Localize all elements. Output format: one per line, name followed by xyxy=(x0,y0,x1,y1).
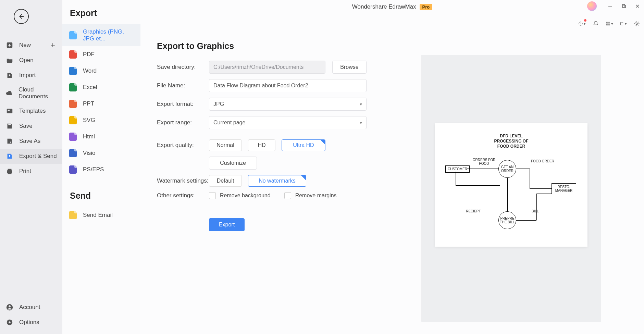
nav-open[interactable]: Open xyxy=(0,53,62,68)
back-button[interactable] xyxy=(14,9,29,24)
nav-account[interactable]: Account xyxy=(0,300,62,315)
nav-label: Cloud Documents xyxy=(18,86,57,100)
save-icon xyxy=(5,122,14,130)
export-item-label: Excel xyxy=(83,84,97,91)
settings-icon[interactable] xyxy=(633,20,641,27)
export-heading: Export xyxy=(62,3,140,24)
form-heading: Export to Graphics xyxy=(157,41,391,51)
export-item-label: PDF xyxy=(83,51,95,58)
quality-ultra-hd[interactable]: Ultra HD xyxy=(282,139,325,151)
watermark-none[interactable]: No watermarks xyxy=(248,175,306,187)
save-dir-label: Save directory: xyxy=(157,64,209,71)
nav-label: Save As xyxy=(19,138,40,145)
mail-icon xyxy=(69,211,77,219)
import-icon xyxy=(5,71,14,79)
format-select[interactable]: JPG xyxy=(209,98,367,111)
help-icon[interactable]: ?▾ xyxy=(578,20,586,27)
minimize-button[interactable] xyxy=(606,2,614,10)
nav-cloud[interactable]: Cloud Documents xyxy=(0,83,62,103)
header-toolbar: ?▾ ▾ ▾ xyxy=(578,20,641,27)
export-item-label: Visio xyxy=(83,150,96,157)
grid-icon[interactable]: ▾ xyxy=(606,20,613,27)
svg-point-7 xyxy=(9,321,11,323)
html-file-icon xyxy=(69,133,77,141)
nav-label: Import xyxy=(19,72,36,79)
export-html[interactable]: Html xyxy=(62,128,140,145)
export-graphics[interactable]: Graphics (PNG, JPG et... xyxy=(62,24,140,46)
svg-rect-15 xyxy=(608,24,610,25)
nav-options[interactable]: Options xyxy=(0,315,62,330)
plus-square-icon xyxy=(5,41,14,49)
nav-label: Templates xyxy=(19,108,46,114)
ps-file-icon xyxy=(69,165,77,174)
export-pseps[interactable]: PS/EPS xyxy=(62,161,140,178)
quality-label: Export quality: xyxy=(157,142,209,149)
image-file-icon xyxy=(69,31,77,39)
nav-import[interactable]: Import xyxy=(0,68,62,83)
svg-point-5 xyxy=(9,305,11,307)
export-excel[interactable]: Excel xyxy=(62,79,140,96)
nav-print[interactable]: Print xyxy=(0,164,62,179)
cloud-icon xyxy=(5,89,13,97)
nav-label: New xyxy=(19,42,31,49)
svg-point-16 xyxy=(636,23,638,25)
plus-icon[interactable] xyxy=(49,41,57,49)
avatar[interactable] xyxy=(587,1,597,11)
account-icon xyxy=(5,303,14,311)
export-ppt[interactable]: PPT xyxy=(62,96,140,112)
tshirt-icon[interactable]: ▾ xyxy=(619,20,627,27)
range-select[interactable]: Current page xyxy=(209,116,367,129)
export-item-label: Send Email xyxy=(83,212,113,219)
svg-rect-8 xyxy=(622,4,625,7)
svg-rect-14 xyxy=(606,24,608,25)
nav-label: Options xyxy=(19,319,39,326)
preview-box: DFD LEVEL PROCESSING OF FOOD ORDER ORDER… xyxy=(421,55,601,322)
export-svg[interactable]: SVG xyxy=(62,112,140,128)
svg-rect-3 xyxy=(8,124,11,125)
export-item-label: SVG xyxy=(83,117,95,124)
export-item-label: Graphics (PNG, JPG et... xyxy=(83,28,134,42)
nav-save[interactable]: Save xyxy=(0,119,62,134)
nav-new[interactable]: New xyxy=(0,38,62,53)
format-label: Export format: xyxy=(157,101,209,108)
left-rail: New Open Import Cloud Documents Template… xyxy=(0,0,62,334)
export-pdf[interactable]: PDF xyxy=(62,46,140,63)
export-panel: Export Graphics (PNG, JPG et... PDF Word… xyxy=(62,0,140,334)
app-title: Wondershare EdrawMax xyxy=(352,3,416,10)
export-item-label: Html xyxy=(83,133,95,140)
watermark-default[interactable]: Default xyxy=(209,175,242,187)
remove-margins-checkbox[interactable]: Remove margins xyxy=(284,192,337,199)
word-file-icon xyxy=(69,67,77,75)
preview-pane: DFD LEVEL PROCESSING OF FOOD ORDER ORDER… xyxy=(408,0,644,334)
save-dir-input[interactable] xyxy=(209,61,325,74)
export-item-label: PPT xyxy=(83,100,94,107)
export-button[interactable]: Export xyxy=(209,218,245,231)
print-icon xyxy=(5,167,14,175)
browse-button[interactable]: Browse xyxy=(332,61,367,74)
pro-badge: Pro xyxy=(420,4,433,10)
ppt-file-icon xyxy=(69,100,77,108)
nav-export-send[interactable]: Export & Send xyxy=(0,149,62,164)
arrow-left-icon xyxy=(17,13,25,20)
nav-label: Open xyxy=(19,57,34,64)
file-name-input[interactable] xyxy=(209,79,367,92)
export-word[interactable]: Word xyxy=(62,63,140,79)
bell-icon[interactable] xyxy=(592,20,599,27)
customize-button[interactable]: Customize xyxy=(209,157,257,170)
nav-label: Print xyxy=(19,168,31,175)
nav-label: Account xyxy=(19,304,40,311)
export-visio[interactable]: Visio xyxy=(62,145,140,161)
remove-bg-checkbox[interactable]: Remove background xyxy=(209,192,271,199)
send-email[interactable]: Send Email xyxy=(62,207,140,223)
gear-icon xyxy=(5,318,14,326)
quality-normal[interactable]: Normal xyxy=(209,139,242,151)
svg-rect-2 xyxy=(8,110,10,111)
nav-templates[interactable]: Templates xyxy=(0,103,62,119)
nav-label: Export & Send xyxy=(19,153,57,160)
export-form: Export to Graphics Save directory: Brows… xyxy=(140,0,408,334)
quality-hd[interactable]: HD xyxy=(248,139,275,151)
close-button[interactable] xyxy=(634,2,641,10)
export-item-label: Word xyxy=(83,67,97,74)
nav-saveas[interactable]: Save As xyxy=(0,134,62,149)
maximize-button[interactable] xyxy=(620,2,628,10)
